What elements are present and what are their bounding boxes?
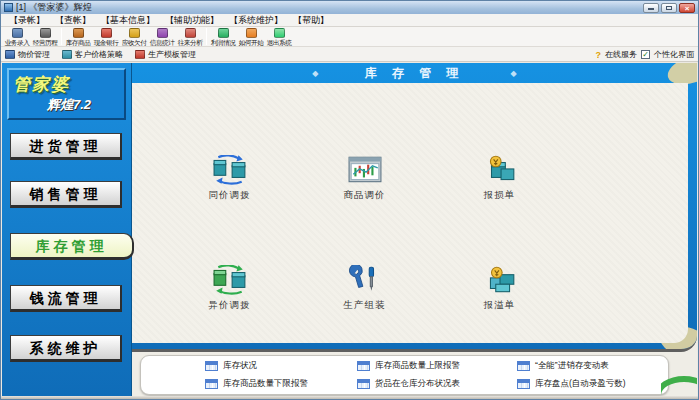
toolbar-customer-price-strategy[interactable]: 客户价格策略 (62, 49, 123, 60)
toolbar-statistics[interactable]: 信息统计 (148, 28, 176, 48)
table-icon (205, 361, 218, 371)
toolbar-exit[interactable]: 退出系统 (265, 28, 293, 48)
maximize-button[interactable] (661, 3, 677, 13)
window-title: [1] 《管家婆》辉煌 (16, 1, 643, 14)
sidebar-item-sales[interactable]: 销售管理 (10, 181, 122, 208)
stock-box-icon (73, 28, 84, 38)
toolbar-analysis[interactable]: 往来分析 (176, 28, 204, 48)
report-lower-limit-alarm[interactable]: 库存商品数量下限报警 (205, 376, 357, 392)
menu-basic-info[interactable]: 【基本信息】 (96, 14, 160, 27)
toolbar-stock-goods[interactable]: 库存商品 (64, 28, 92, 48)
toolbar-separator (206, 28, 207, 45)
toolbar-price-management[interactable]: 物价管理 (5, 49, 50, 60)
profit-icon (218, 28, 229, 38)
personalize-checkbox[interactable]: ✓ (641, 50, 650, 59)
report-warehouse-distribution[interactable]: 货品在仓库分布状况表 (357, 376, 517, 392)
how-to-start-icon (246, 28, 257, 38)
toolbar-receivables[interactable]: 应收欠付 (120, 28, 148, 48)
diamond-icon: ◆ (511, 69, 517, 78)
decorative-swoosh (661, 376, 697, 396)
toolbar-business-entry[interactable]: 业务录入 (3, 28, 31, 48)
toolbar-business-history[interactable]: 经营历程 (31, 28, 59, 48)
entry-icon (12, 28, 23, 38)
production-assembly-icon (348, 265, 382, 295)
overflow-report-icon (483, 265, 517, 295)
toolbar-profit[interactable]: 利润情况 (209, 28, 237, 48)
history-icon (40, 28, 51, 38)
module-overflow-report[interactable]: 报溢单 (432, 259, 567, 352)
analysis-icon (185, 28, 196, 38)
toolbar-separator (61, 28, 62, 45)
report-stocktake[interactable]: 库存盘点(自动录盈亏数) (517, 376, 668, 392)
report-upper-limit-alarm[interactable]: 库存商品数量上限报警 (357, 358, 517, 374)
report-almighty-change-table[interactable]: “全能”进销存变动表 (517, 358, 668, 374)
content-area: 管家婆 辉煌7.2 进货管理 销售管理 库存管理 钱流管理 系统维护 ◆ 库 存… (2, 63, 697, 396)
brand-logo: 管家婆 辉煌7.2 (7, 68, 126, 120)
brand-version: 辉煌7.2 (47, 96, 120, 114)
window-frame-edge (1, 396, 698, 399)
price-mgmt-icon (5, 50, 15, 59)
close-button[interactable]: × (679, 3, 695, 13)
toolbar-how-to-start[interactable]: 如何开始 (237, 28, 265, 48)
main-toolbar: 业务录入 经营历程 库存商品 现金银行 应收欠付 信息统计 往来分析 (1, 27, 698, 47)
reports-panel: 库存状况 库存商品数量上限报警 “全能”进销存变动表 库存商品数量下限报警 货品… (140, 355, 669, 395)
app-icon (4, 3, 13, 12)
table-icon (517, 379, 530, 389)
module-diff-price-transfer[interactable]: 异价调拨 (162, 259, 297, 352)
cash-bank-icon (101, 28, 112, 38)
exit-icon (274, 28, 285, 38)
table-icon (205, 379, 218, 389)
brand-name: 管家婆 (13, 73, 120, 96)
table-icon (357, 361, 370, 371)
same-price-transfer-icon (213, 155, 247, 185)
loss-report-icon (483, 155, 517, 185)
report-inventory-status[interactable]: 库存状况 (205, 358, 357, 374)
diamond-icon: ◆ (312, 69, 318, 78)
sidebar-item-purchase[interactable]: 进货管理 (10, 133, 122, 160)
module-area: 同价调拨 (132, 83, 688, 343)
goods-price-adjust-icon (348, 155, 382, 185)
app-window: [1] 《管家婆》辉煌 × 【录帐】 【查帐】 【基本信息】 【辅助功能】 【系… (0, 0, 699, 400)
secondary-toolbar: 物价管理 客户价格策略 生产模板管理 ? 在线服务 ✓ 个性化界面 (1, 47, 698, 62)
main-panel: ◆ 库 存 管 理 ◆ (132, 63, 697, 396)
sidebar-item-system[interactable]: 系统维护 (10, 335, 122, 362)
module-production-assembly[interactable]: 生产组装 (297, 259, 432, 352)
menu-help[interactable]: 【帮助】 (288, 14, 334, 27)
inventory-panel: ◆ 库 存 管 理 ◆ (132, 63, 697, 352)
module-goods-price-adjust[interactable]: 商品调价 (297, 149, 432, 259)
help-icon: ? (596, 50, 602, 60)
menu-aux-functions[interactable]: 【辅助功能】 (160, 14, 224, 27)
table-icon (357, 379, 370, 389)
receivable-icon (129, 28, 140, 38)
sidebar-item-inventory[interactable]: 库存管理 (10, 233, 134, 260)
statistics-icon (157, 28, 168, 38)
sidebar-item-cashflow[interactable]: 钱流管理 (10, 285, 122, 312)
page-title: 库 存 管 理 (364, 65, 464, 82)
menu-record[interactable]: 【录帐】 (4, 14, 50, 27)
online-service-link[interactable]: 在线服务 (605, 49, 637, 60)
panel-header: ◆ 库 存 管 理 ◆ (132, 63, 697, 83)
title-bar: [1] 《管家婆》辉煌 × (1, 1, 698, 14)
table-icon (517, 361, 530, 371)
toolbar-production-template[interactable]: 生产模板管理 (135, 49, 196, 60)
module-same-price-transfer[interactable]: 同价调拨 (162, 149, 297, 259)
sidebar: 管家婆 辉煌7.2 进货管理 销售管理 库存管理 钱流管理 系统维护 (2, 63, 132, 396)
customer-price-icon (62, 50, 72, 59)
production-template-icon (135, 50, 145, 59)
personalize-label: 个性化界面 (654, 49, 694, 60)
menu-bar: 【录帐】 【查帐】 【基本信息】 【辅助功能】 【系统维护】 【帮助】 (1, 14, 698, 27)
toolbar-cash-bank[interactable]: 现金银行 (92, 28, 120, 48)
diff-price-transfer-icon (213, 265, 247, 295)
module-grid: 同价调拨 (162, 149, 567, 352)
menu-system-maintenance[interactable]: 【系统维护】 (224, 14, 288, 27)
menu-query[interactable]: 【查帐】 (50, 14, 96, 27)
minimize-button[interactable] (643, 3, 659, 13)
module-loss-report[interactable]: 报损单 (432, 149, 567, 259)
